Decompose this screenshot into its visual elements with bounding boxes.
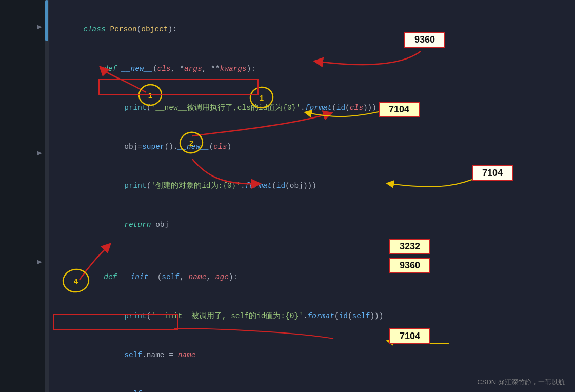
- code-line-7: [56, 245, 565, 258]
- annotation-3232: 3232: [389, 239, 430, 254]
- annotation-9360-bot: 9360: [389, 258, 430, 273]
- sidebar-indicator-1: ▶: [37, 22, 42, 32]
- annotation-7104-mid: 7104: [379, 102, 420, 117]
- annotation-value-9360-bot: 9360: [400, 260, 420, 270]
- annotation-value-7104-init: 7104: [482, 168, 503, 178]
- sidebar-indicator-3: ▶: [37, 257, 42, 267]
- code-line-10: self.name = name: [56, 336, 565, 375]
- scrollbar-thumb[interactable]: [45, 0, 48, 41]
- annotation-9360-top: 9360: [404, 32, 445, 48]
- watermark: CSDN @江深竹静，一苇以航: [477, 378, 565, 387]
- watermark-text: CSDN @江深竹静，一苇以航: [477, 378, 565, 386]
- code-line-6: return obj: [56, 206, 565, 245]
- main-container: ▶ ▶ ▶ class Person(object): def __new__(…: [0, 0, 575, 392]
- code-line-9: print('__init__被调用了, self的id值为:{0}'.form…: [56, 297, 565, 336]
- code-line-4: obj=super().__new__(cls): [56, 127, 565, 166]
- code-area: class Person(object): def __new__(cls, *…: [49, 0, 575, 392]
- sidebar: ▶ ▶ ▶: [0, 0, 49, 392]
- annotation-value-9360-top: 9360: [414, 34, 435, 45]
- code-line-3: print('__new__被调用执行了,cls的id值为{0}'.format…: [56, 88, 565, 127]
- code-line-1: class Person(object):: [56, 10, 565, 49]
- sidebar-indicator-2: ▶: [37, 148, 42, 158]
- scrollbar-track[interactable]: [45, 0, 48, 392]
- annotation-value-7104-mid: 7104: [389, 104, 409, 114]
- annotation-value-7104-bot: 7104: [400, 331, 420, 341]
- code-line-2: def __new__(cls, *args, **kwargs):: [56, 49, 565, 88]
- annotation-value-3232: 3232: [400, 241, 420, 251]
- classname-person: Person: [110, 25, 136, 33]
- annotation-7104-init: 7104: [472, 165, 513, 181]
- code-line-8: def __init__(self, name, age):: [56, 258, 565, 297]
- keyword-class: class: [83, 25, 106, 33]
- annotation-7104-bot: 7104: [389, 328, 430, 344]
